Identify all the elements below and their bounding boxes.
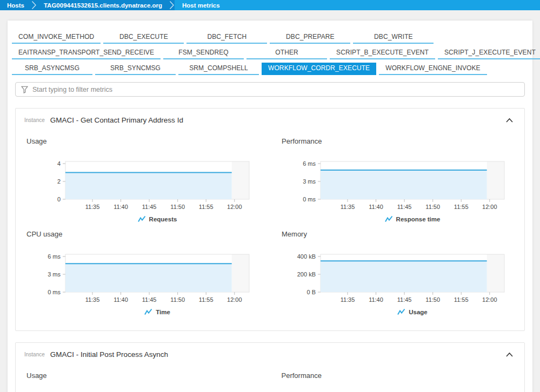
chart-canvas: 0 ms3 ms6 ms11:3511:4011:4511:5011:5512:… <box>282 158 514 212</box>
svg-text:11:35: 11:35 <box>341 296 355 303</box>
tab-srb_syncmsg[interactable]: SRB_SYNCMSG <box>95 63 176 75</box>
legend-label: Requests <box>149 216 177 222</box>
legend-label: Time <box>156 309 170 315</box>
svg-text:11:45: 11:45 <box>142 296 157 303</box>
svg-text:2: 2 <box>57 178 61 185</box>
tab-dbc_write[interactable]: DBC_WRITE <box>353 31 434 44</box>
chevron-up-icon <box>505 118 514 123</box>
svg-text:12:00: 12:00 <box>227 296 242 303</box>
svg-text:11:45: 11:45 <box>142 204 157 210</box>
svg-text:6 ms: 6 ms <box>303 160 316 167</box>
chart-title: Performance <box>282 137 514 145</box>
svg-text:3 ms: 3 ms <box>303 178 316 185</box>
svg-text:11:55: 11:55 <box>454 204 469 210</box>
charts-grid: Usage02411:3511:4011:4511:5011:5512:00Re… <box>24 137 516 323</box>
svg-text:11:55: 11:55 <box>454 296 469 303</box>
svg-text:6 ms: 6 ms <box>48 253 61 260</box>
svg-text:11:50: 11:50 <box>425 296 440 303</box>
instance-name: GMACI - Initial Post Process Asynch <box>50 350 168 359</box>
tab-fsm_sendreq[interactable]: FSM_SENDREQ <box>163 47 244 59</box>
line-chart-icon <box>144 308 152 315</box>
svg-text:11:45: 11:45 <box>397 296 412 303</box>
legend-label: Usage <box>409 309 428 315</box>
instance-card: Instance GMACI - Get Contact Primary Add… <box>15 108 525 331</box>
instance-name: GMACI - Get Contact Primary Address Id <box>50 116 183 124</box>
svg-text:11:40: 11:40 <box>114 204 128 210</box>
svg-text:0 ms: 0 ms <box>303 196 316 202</box>
collapse-button[interactable] <box>503 117 516 124</box>
line-chart-icon <box>138 215 146 222</box>
metric-tab-row: EAITRANSP_TRANSPORT_SEND_RECEIVEFSM_SEND… <box>12 47 528 59</box>
tab-workflow_cordr_execute[interactable]: WORKFLOW_CORDR_EXECUTE <box>262 63 376 75</box>
tab-srm_compshell[interactable]: SRM_COMPSHELL <box>178 63 259 75</box>
metric-tab-row: COM_INVOKE_METHODDBC_EXECUTEDBC_FETCHDBC… <box>12 31 528 44</box>
chevron-up-icon <box>505 352 514 357</box>
chart-canvas: 0 B200 kB400 kB11:3511:4011:4511:5011:55… <box>282 251 514 305</box>
svg-text:11:40: 11:40 <box>369 204 383 210</box>
chevron-right-icon <box>31 0 37 10</box>
chevron-right-icon <box>169 0 175 10</box>
chart-title: CPU usage <box>26 230 259 238</box>
charts-grid: Usage Performance <box>24 371 516 392</box>
breadcrumb-item-host[interactable]: TAG009441532615.clients.dynatrace.org <box>37 0 169 10</box>
chart-cpu-usage: CPU usage0 ms3 ms6 ms11:3511:4011:4511:5… <box>26 230 259 315</box>
tab-dbc_prepare[interactable]: DBC_PREPARE <box>270 31 350 44</box>
filter-icon <box>21 86 28 93</box>
svg-text:11:50: 11:50 <box>425 204 440 210</box>
svg-text:12:00: 12:00 <box>227 204 242 210</box>
metric-tab-row: SRB_ASYNCMSGSRB_SYNCMSGSRM_COMPSHELLWORK… <box>12 63 528 75</box>
collapse-button[interactable] <box>503 351 516 359</box>
content-panel: COM_INVOKE_METHODDBC_EXECUTEDBC_FETCHDBC… <box>8 21 532 392</box>
svg-text:400 kB: 400 kB <box>297 253 316 260</box>
chart-title: Usage <box>26 371 259 380</box>
svg-text:11:45: 11:45 <box>397 204 412 210</box>
chart-legend[interactable]: Usage <box>282 308 514 315</box>
svg-text:11:55: 11:55 <box>199 296 214 303</box>
breadcrumb-item-hosts[interactable]: Hosts <box>0 0 31 10</box>
instance-label: Instance <box>24 117 45 123</box>
svg-text:12:00: 12:00 <box>482 204 497 210</box>
svg-text:11:35: 11:35 <box>85 204 100 210</box>
chart-title: Performance <box>282 371 514 380</box>
svg-text:200 kB: 200 kB <box>297 271 316 278</box>
tab-com_invoke_method[interactable]: COM_INVOKE_METHOD <box>12 31 101 44</box>
chart-title: Usage <box>26 137 259 145</box>
svg-text:11:50: 11:50 <box>170 296 185 303</box>
svg-text:11:40: 11:40 <box>369 296 383 303</box>
line-chart-icon <box>385 215 393 222</box>
tab-dbc_execute[interactable]: DBC_EXECUTE <box>103 31 184 44</box>
tab-other[interactable]: OTHER <box>246 47 327 59</box>
svg-text:0 ms: 0 ms <box>48 289 61 295</box>
chart-legend[interactable]: Response time <box>282 215 514 222</box>
instance-card-header: Instance GMACI - Initial Post Process As… <box>24 350 516 359</box>
chart-memory: Memory0 B200 kB400 kB11:3511:4011:4511:5… <box>282 230 514 315</box>
svg-text:11:40: 11:40 <box>114 296 128 303</box>
chart-usage: Usage02411:3511:4011:4511:5011:5512:00Re… <box>26 137 259 222</box>
legend-label: Response time <box>396 216 441 222</box>
chart-legend[interactable]: Requests <box>26 215 259 222</box>
tab-srb_asyncmsg[interactable]: SRB_ASYNCMSG <box>12 63 92 75</box>
breadcrumb-current: Host metrics <box>175 0 540 10</box>
svg-text:11:50: 11:50 <box>170 204 185 210</box>
svg-text:11:55: 11:55 <box>199 204 214 210</box>
tab-script_b_execute_event[interactable]: SCRIPT_B_EXECUTE_EVENT <box>330 47 435 59</box>
tab-workflow_engne_invoke[interactable]: WORKFLOW_ENGNE_INVOKE <box>379 63 486 75</box>
tab-script_j_execute_event[interactable]: SCRIPT_J_EXECUTE_EVENT <box>438 47 540 59</box>
svg-text:3 ms: 3 ms <box>48 271 61 278</box>
breadcrumb: Hosts TAG009441532615.clients.dynatrace.… <box>0 0 540 10</box>
instance-card: Instance GMACI - Initial Post Process As… <box>15 342 525 392</box>
line-chart-icon <box>397 308 405 315</box>
chart-legend[interactable]: Time <box>26 308 259 315</box>
svg-text:11:35: 11:35 <box>341 204 355 210</box>
chart-canvas: 02411:3511:4011:4511:5011:5512:00 <box>26 158 259 212</box>
chart-performance: Performance0 ms3 ms6 ms11:3511:4011:4511… <box>282 137 514 222</box>
instance-card-header: Instance GMACI - Get Contact Primary Add… <box>24 116 516 124</box>
filter-box[interactable] <box>15 82 525 97</box>
svg-text:12:00: 12:00 <box>482 296 497 303</box>
chart-canvas: 0 ms3 ms6 ms11:3511:4011:4511:5011:5512:… <box>26 251 259 305</box>
filter-input[interactable] <box>32 86 519 93</box>
tab-eaitransp_transport_send_receive[interactable]: EAITRANSP_TRANSPORT_SEND_RECEIVE <box>12 47 161 59</box>
svg-text:0: 0 <box>57 196 61 202</box>
breadcrumb-current-label: Host metrics <box>182 2 220 9</box>
tab-dbc_fetch[interactable]: DBC_FETCH <box>186 31 267 44</box>
